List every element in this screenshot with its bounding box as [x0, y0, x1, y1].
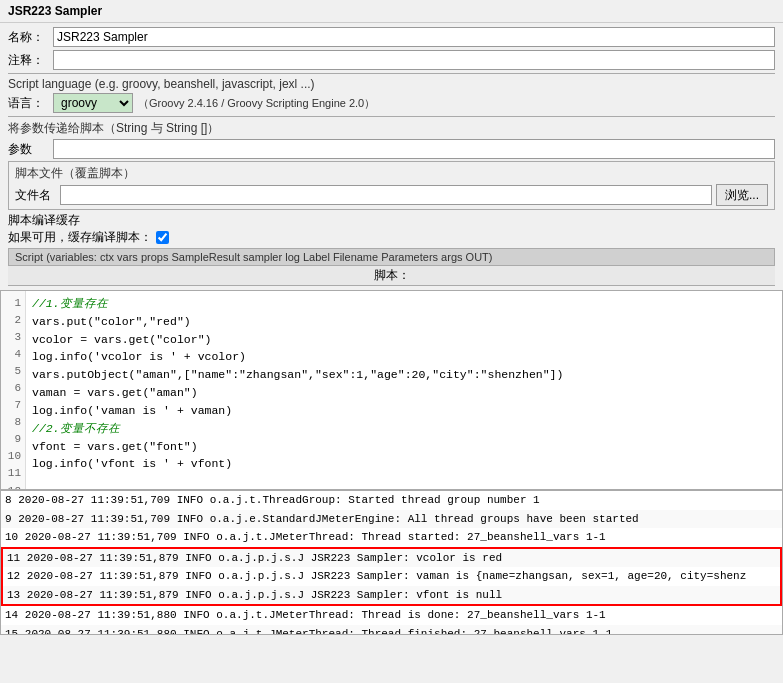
name-input[interactable]: [53, 27, 775, 47]
line-number: 8: [5, 414, 21, 431]
script-vars-text: Script (variables: ctx vars props Sample…: [15, 251, 492, 263]
code-line: vars.put("color","red"): [32, 313, 776, 331]
cache-label: 如果可用，缓存编译脚本：: [8, 229, 152, 246]
code-line: //2.变量不存在: [32, 420, 776, 438]
code-line: vars.putObject("aman",["name":"zhangsan"…: [32, 366, 776, 384]
lang-select[interactable]: groovy beanshell javascript jexl: [53, 93, 133, 113]
script-header: Script (variables: ctx vars props Sample…: [8, 248, 775, 266]
log-panel[interactable]: 8 2020-08-27 11:39:51,709 INFO o.a.j.t.T…: [0, 490, 783, 635]
lang-row: 语言： groovy beanshell javascript jexl （Gr…: [8, 93, 775, 113]
script-lang-section-title: Script language (e.g. groovy, beanshell,…: [8, 73, 775, 91]
line-number: 2: [5, 312, 21, 329]
script-editor[interactable]: 123456789101112 //1.变量存在vars.put("color"…: [0, 290, 783, 490]
name-row: 名称：: [8, 27, 775, 47]
file-row: 文件名 浏览...: [15, 184, 768, 206]
lang-label: 语言：: [8, 95, 53, 112]
line-number: 5: [5, 363, 21, 380]
browse-button[interactable]: 浏览...: [716, 184, 768, 206]
line-number: 11: [5, 465, 21, 482]
title-text: JSR223 Sampler: [8, 4, 102, 18]
code-line: log.info('vcolor is ' + vcolor): [32, 348, 776, 366]
script-title-text: 脚本：: [374, 268, 410, 282]
code-line: log.info('vaman is ' + vaman): [32, 402, 776, 420]
line-number: 1: [5, 295, 21, 312]
log-line: 12 2020-08-27 11:39:51,879 INFO o.a.j.p.…: [1, 567, 782, 586]
script-file-title: 脚本文件（覆盖脚本）: [15, 165, 768, 182]
script-title-bar: 脚本：: [8, 266, 775, 286]
filename-input[interactable]: [60, 185, 712, 205]
line-number: 12: [5, 483, 21, 490]
cache-title: 脚本编译缓存: [8, 212, 775, 229]
line-number: 3: [5, 329, 21, 346]
code-line: vaman = vars.get("aman"): [32, 384, 776, 402]
code-line: log.info('vfont is ' + vfont): [32, 455, 776, 473]
code-line: vcolor = vars.get("color"): [32, 331, 776, 349]
comment-label: 注释：: [8, 52, 53, 69]
log-line: 8 2020-08-27 11:39:51,709 INFO o.a.j.t.T…: [1, 491, 782, 510]
line-number: 9: [5, 431, 21, 448]
cache-checkbox-row: 如果可用，缓存编译脚本：: [8, 229, 775, 246]
lang-select-wrapper: groovy beanshell javascript jexl （Groovy…: [53, 93, 775, 113]
log-line: 15 2020-08-27 11:39:51,880 INFO o.a.j.t.…: [1, 625, 782, 636]
code-area[interactable]: //1.变量存在vars.put("color","red")vcolor = …: [26, 291, 782, 489]
line-number: 6: [5, 380, 21, 397]
line-number: 7: [5, 397, 21, 414]
line-numbers: 123456789101112: [1, 291, 26, 489]
script-file-section: 脚本文件（覆盖脚本） 文件名 浏览...: [8, 161, 775, 210]
line-number: 4: [5, 346, 21, 363]
code-line: vfont = vars.get("font"): [32, 438, 776, 456]
log-line: 10 2020-08-27 11:39:51,709 INFO o.a.j.t.…: [1, 528, 782, 547]
cache-checkbox[interactable]: [156, 231, 169, 244]
params-input[interactable]: [53, 139, 775, 159]
log-line: 9 2020-08-27 11:39:51,709 INFO o.a.j.e.S…: [1, 510, 782, 529]
comment-input[interactable]: [53, 50, 775, 70]
log-line: 14 2020-08-27 11:39:51,880 INFO o.a.j.t.…: [1, 606, 782, 625]
name-label: 名称：: [8, 29, 53, 46]
params-row: 参数: [8, 139, 775, 159]
log-line: 13 2020-08-27 11:39:51,879 INFO o.a.j.p.…: [1, 586, 782, 607]
comment-row: 注释：: [8, 50, 775, 70]
line-number: 10: [5, 448, 21, 465]
log-line: 11 2020-08-27 11:39:51,879 INFO o.a.j.p.…: [1, 547, 782, 568]
main-container: JSR223 Sampler 名称： 注释： Script language (…: [0, 0, 783, 635]
params-section-title: 将参数传递给脚本（String 与 String []）: [8, 116, 775, 137]
cache-section: 脚本编译缓存 如果可用，缓存编译脚本：: [8, 212, 775, 246]
filename-label: 文件名: [15, 187, 60, 204]
params-label: 参数: [8, 141, 53, 158]
title-bar: JSR223 Sampler: [0, 0, 783, 23]
lang-desc: （Groovy 2.4.16 / Groovy Scripting Engine…: [138, 96, 775, 111]
code-line: //1.变量存在: [32, 295, 776, 313]
form-section: 名称： 注释： Script language (e.g. groovy, be…: [0, 23, 783, 290]
